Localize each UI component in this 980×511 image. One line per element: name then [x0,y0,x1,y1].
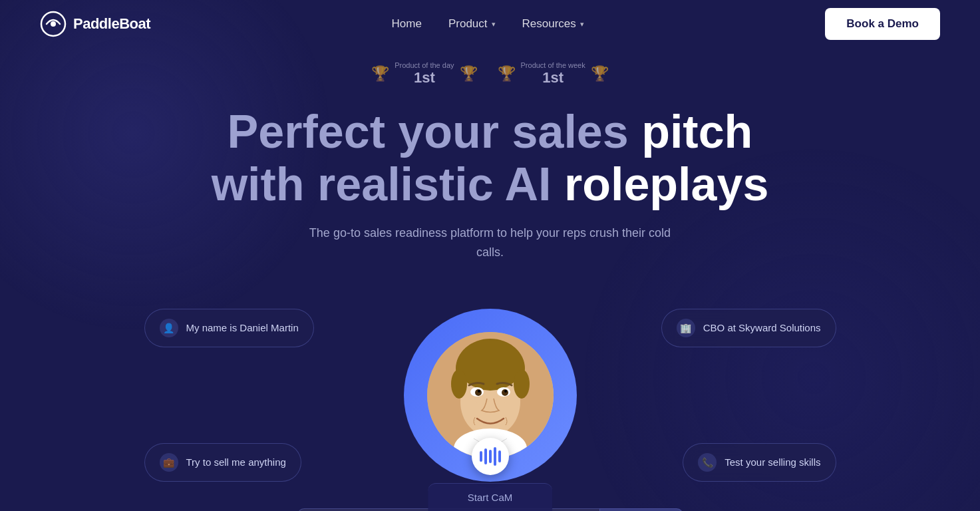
svg-point-6 [458,340,522,391]
bubble-sell-icon: 💼 [160,453,178,472]
badge-day-text: Product of the day 1st [395,61,454,86]
logo-area[interactable]: PaddleBoat [40,11,150,37]
bubble-name: 👤 My name is Daniel Martin [144,309,314,347]
nav-home[interactable]: Home [392,17,422,31]
start-call-button[interactable]: Start call [599,508,683,511]
badge-week: 🏆 Product of the week 1st 🏆 [498,61,609,86]
hero-headline: Perfect your sales pitch with realistic … [212,106,769,210]
laurel-left-day: 🏆 [371,65,389,83]
nav-product[interactable]: Product ▾ [448,17,496,31]
product-dropdown-icon: ▾ [492,20,496,29]
start-cam-tab[interactable]: Start CaM [428,483,553,511]
svg-point-14 [504,390,507,393]
badge-week-text: Product of the week 1st [521,61,585,86]
bubble-cbo: 🏢 CBO at Skyward Solutions [661,309,836,347]
nav-resources[interactable]: Resources ▾ [522,17,584,31]
logo-icon [40,11,67,37]
wave-bar-3 [489,450,492,463]
hero-subheadline: The go-to sales readiness platform to he… [304,224,677,262]
wave-bar-5 [498,450,501,462]
svg-point-8 [514,369,530,399]
laurel-right-day: 🏆 [460,65,478,83]
svg-point-1 [51,21,56,27]
bubble-test-icon: 📞 [698,453,717,472]
wave-bar-4 [494,447,496,466]
book-demo-button[interactable]: Book a Demo [825,8,940,40]
svg-point-7 [451,369,467,399]
bubble-cbo-icon: 🏢 [677,319,695,337]
logo-text: PaddleBoat [73,15,150,33]
wave-bars [480,447,501,466]
svg-point-13 [478,390,480,393]
avatar-container [404,309,577,482]
bubble-name-icon: 👤 [160,319,178,337]
badge-day: 🏆 Product of the day 1st 🏆 [371,61,477,86]
laurel-left-week: 🏆 [498,65,516,83]
bubble-test: 📞 Test your selling skills [683,443,836,482]
navbar: PaddleBoat Home Product ▾ Resources ▾ Bo… [0,0,980,48]
laurel-right-week: 🏆 [591,65,609,83]
hero-section: 🏆 Product of the day 1st 🏆 🏆 Product of … [0,48,980,511]
audio-wave-button[interactable] [472,438,509,475]
award-badges: 🏆 Product of the day 1st 🏆 🏆 Product of … [371,61,609,86]
bubble-sell: 💼 Try to sell me anything [144,443,301,482]
nav-links: Home Product ▾ Resources ▾ [392,17,584,31]
resources-dropdown-icon: ▾ [580,20,584,29]
wave-bar-1 [480,451,482,462]
avatar-outer-circle [404,309,577,482]
demo-area: 👤 My name is Daniel Martin 🏢 CBO at Skyw… [124,289,856,502]
wave-bar-2 [484,448,487,464]
